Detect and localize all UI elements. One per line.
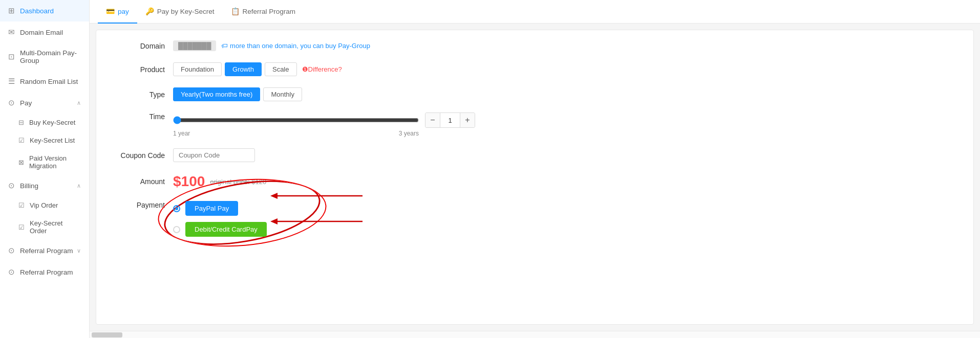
svg-marker-2 xyxy=(270,193,278,199)
sidebar-item-label: Domain Email xyxy=(20,29,63,36)
paypal-pay-button[interactable]: PayPal Pay xyxy=(185,201,238,216)
pay-submenu: ⊟ Buy Key-Secret ☑ Key-Secret List ⊠ Pai… xyxy=(0,114,89,175)
tab-label: pay xyxy=(118,8,129,15)
time-max-label: 3 years xyxy=(399,130,419,137)
tab-pay-by-key[interactable]: 🔑 Pay by Key-Secret xyxy=(137,0,223,24)
sidebar-item-paid-version-migration[interactable]: ⊠ Paid Version Migration xyxy=(0,149,89,175)
billing-submenu: ☑ Vip Order ☑ Key-Secret Order xyxy=(0,196,89,240)
time-control: − 1 + 1 year 3 years xyxy=(173,112,475,137)
domain-value: ███████ xyxy=(173,40,216,51)
amount-row: Amount $100 original price: $120 xyxy=(112,173,958,190)
difference-link[interactable]: ❶Difference? xyxy=(302,65,342,73)
card-radio[interactable] xyxy=(173,226,180,233)
sidebar-item-label: Random Email List xyxy=(20,78,78,85)
payment-option-paypal: PayPal Pay xyxy=(173,201,267,216)
sidebar-item-label: Multi-Domain Pay-Group xyxy=(20,49,81,64)
horizontal-scrollbar xyxy=(90,331,980,338)
time-counter: − 1 + xyxy=(425,112,475,128)
sidebar-item-billing[interactable]: ⊙ Billing ∧ xyxy=(0,175,89,196)
payment-row: Payment PayPal P xyxy=(112,201,958,237)
domain-link[interactable]: more than one domain, you can buy Pay-Gr… xyxy=(221,42,370,50)
sidebar-item-label: Pay xyxy=(20,99,32,107)
dashboard-icon: ⊞ xyxy=(8,6,15,15)
multi-domain-icon: ⊡ xyxy=(8,52,15,61)
time-min-label: 1 year xyxy=(173,130,190,137)
time-slider[interactable] xyxy=(173,116,419,124)
sidebar-sub-label: Paid Version Migration xyxy=(29,154,81,170)
time-labels: 1 year 3 years xyxy=(173,130,419,137)
product-scale-button[interactable]: Scale xyxy=(265,62,297,76)
card-pay-button[interactable]: Debit/Credit CardPay xyxy=(185,222,267,237)
payment-option-card: Debit/Credit CardPay xyxy=(173,222,267,237)
slider-wrapper: − 1 + xyxy=(173,112,475,128)
payment-options: PayPal Pay Debit/Credit CardPay xyxy=(173,201,267,237)
sidebar-sub-label: Vip Order xyxy=(30,201,58,209)
coupon-input[interactable] xyxy=(173,148,255,162)
counter-decrement-button[interactable]: − xyxy=(425,113,440,127)
sidebar-item-label: Referral Program xyxy=(20,268,73,276)
sidebar-item-dashboard[interactable]: ⊞ Dashboard xyxy=(0,0,89,21)
pay-icon: ⊙ xyxy=(8,98,15,107)
sidebar-item-label: Billing xyxy=(20,182,38,190)
buy-key-secret-icon: ⊟ xyxy=(18,119,24,126)
referral-tab-icon: 📋 xyxy=(231,7,240,15)
referral-icon: ⊙ xyxy=(8,246,15,255)
type-monthly-button[interactable]: Monthly xyxy=(263,87,302,101)
random-email-icon: ☰ xyxy=(8,77,15,86)
page-content: Domain ███████ more than one domain, you… xyxy=(96,30,974,325)
counter-increment-button[interactable]: + xyxy=(460,113,475,127)
sidebar-sub-label: Key-Secret List xyxy=(30,137,75,144)
sidebar-item-buy-key-secret[interactable]: ⊟ Buy Key-Secret xyxy=(0,114,89,131)
amount-value: $100 xyxy=(173,173,205,190)
paypal-radio[interactable] xyxy=(173,205,180,212)
tab-referral-program[interactable]: 📋 Referral Program xyxy=(223,0,304,24)
sidebar-item-key-secret-order[interactable]: ☑ Key-Secret Order xyxy=(0,214,89,240)
tab-label: Pay by Key-Secret xyxy=(157,8,215,15)
sidebar-item-label: Referral Program xyxy=(20,247,73,255)
sidebar-sub-label: Buy Key-Secret xyxy=(29,119,75,126)
pay-tab-icon: 💳 xyxy=(106,7,115,15)
sidebar-item-vip-order[interactable]: ☑ Vip Order xyxy=(0,196,89,214)
product-growth-button[interactable]: Growth xyxy=(225,62,262,76)
payment-options-container: PayPal Pay Debit/Credit CardPay xyxy=(173,201,267,237)
sidebar-item-multi-domain[interactable]: ⊡ Multi-Domain Pay-Group xyxy=(0,43,89,71)
key-tab-icon: 🔑 xyxy=(145,7,154,15)
main-content: 💳 pay 🔑 Pay by Key-Secret 📋 Referral Pro… xyxy=(90,0,980,338)
paid-version-icon: ⊠ xyxy=(18,159,24,166)
sidebar-item-key-secret-list[interactable]: ☑ Key-Secret List xyxy=(0,131,89,149)
product-row: Product Foundation Growth Scale ❶Differe… xyxy=(112,62,958,76)
tab-label: Referral Program xyxy=(243,8,296,15)
domain-label: Domain xyxy=(112,42,173,50)
sidebar-item-referral-program-2[interactable]: ⊙ Referral Program xyxy=(0,261,89,283)
sidebar-item-label: Dashboard xyxy=(20,7,54,15)
coupon-row: Coupon Code xyxy=(112,148,958,162)
tab-pay[interactable]: 💳 pay xyxy=(98,0,137,24)
domain-email-icon: ✉ xyxy=(8,28,15,37)
coupon-label: Coupon Code xyxy=(112,151,173,160)
payment-label: Payment xyxy=(112,201,173,209)
billing-icon: ⊙ xyxy=(8,181,15,190)
type-yearly-button[interactable]: Yearly(Two months free) xyxy=(173,87,260,101)
type-row: Type Yearly(Two months free) Monthly xyxy=(112,87,958,101)
annotation-arrows xyxy=(270,186,373,247)
tab-bar: 💳 pay 🔑 Pay by Key-Secret 📋 Referral Pro… xyxy=(90,0,980,24)
original-price: original price: $120 xyxy=(210,178,266,186)
type-label: Type xyxy=(112,91,173,99)
key-secret-list-icon: ☑ xyxy=(18,137,25,144)
time-label: Time xyxy=(112,112,173,121)
referral2-icon: ⊙ xyxy=(8,267,15,277)
vip-order-icon: ☑ xyxy=(18,201,25,209)
sidebar: ⊞ Dashboard ✉ Domain Email ⊡ Multi-Domai… xyxy=(0,0,90,338)
referral-arrow-icon: ∨ xyxy=(77,247,81,254)
sidebar-item-random-email[interactable]: ☰ Random Email List xyxy=(0,71,89,92)
sidebar-item-referral-program[interactable]: ⊙ Referral Program ∨ xyxy=(0,240,89,261)
scroll-thumb[interactable] xyxy=(92,332,122,337)
product-foundation-button[interactable]: Foundation xyxy=(173,62,222,76)
domain-row: Domain ███████ more than one domain, you… xyxy=(112,40,958,51)
key-secret-order-icon: ☑ xyxy=(18,223,25,231)
sidebar-item-domain-email[interactable]: ✉ Domain Email xyxy=(0,21,89,43)
time-row: Time − 1 + 1 year 3 years xyxy=(112,112,958,137)
amount-label: Amount xyxy=(112,177,173,186)
sidebar-item-pay[interactable]: ⊙ Pay ∧ xyxy=(0,92,89,114)
counter-value: 1 xyxy=(440,113,460,127)
